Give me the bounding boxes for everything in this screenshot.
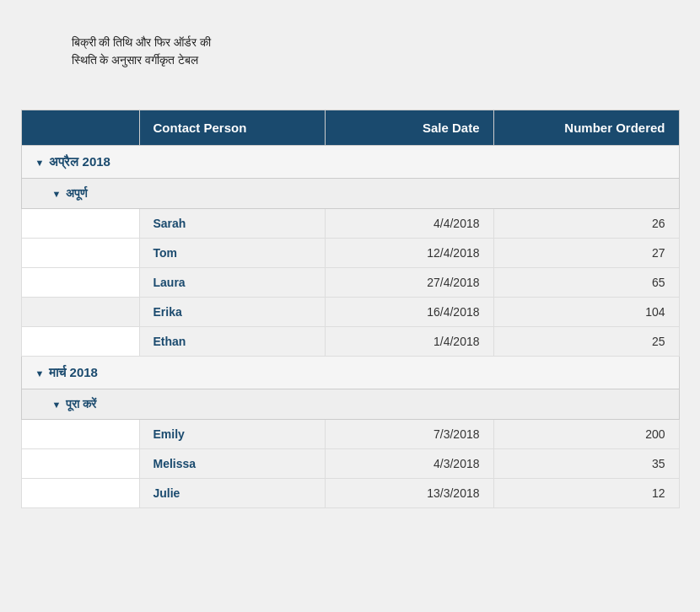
row-empty-cell	[21, 209, 139, 239]
triangle-icon: ▼	[52, 400, 62, 410]
group-header-row: ▼अप्रैल 2018	[21, 146, 679, 179]
row-date: 16/4/2018	[325, 298, 493, 327]
table-row: Julie 13/3/2018 12	[21, 479, 679, 508]
row-empty-cell	[21, 298, 139, 327]
row-contact: Emily	[139, 420, 325, 449]
table-row: Erika 16/4/2018 104	[21, 298, 679, 327]
row-date: 4/4/2018	[325, 209, 493, 239]
row-contact: Ethan	[139, 327, 325, 357]
row-ordered: 27	[493, 239, 679, 268]
row-date: 4/3/2018	[325, 449, 493, 479]
table-row: Ethan 1/4/2018 25	[21, 327, 679, 357]
row-empty-cell	[21, 268, 139, 298]
subgroup-header-row: ▼पूरा करें	[21, 389, 679, 420]
header-number-ordered: Number Ordered	[493, 110, 679, 146]
header-col-1	[21, 110, 139, 146]
row-date: 7/3/2018	[325, 420, 493, 449]
annotation-text: बिक्री की तिथि और फिर ऑर्डर की स्थिति के…	[72, 34, 211, 69]
subgroup-label: ▼पूरा करें	[21, 389, 679, 420]
row-date: 1/4/2018	[325, 327, 493, 357]
row-ordered: 12	[493, 479, 679, 508]
row-empty-cell	[21, 327, 139, 357]
row-date: 12/4/2018	[325, 239, 493, 268]
row-date: 27/4/2018	[325, 268, 493, 298]
table-row: Tom 12/4/2018 27	[21, 239, 679, 268]
row-date: 13/3/2018	[325, 479, 493, 508]
row-ordered: 35	[493, 449, 679, 479]
row-ordered: 26	[493, 209, 679, 239]
row-ordered: 25	[493, 327, 679, 357]
row-contact: Tom	[139, 239, 325, 268]
grouped-table: Contact Person Sale Date Number Ordered …	[21, 110, 680, 508]
row-empty-cell	[21, 479, 139, 508]
header-contact-person: Contact Person	[139, 110, 325, 146]
table-row: Sarah 4/4/2018 26	[21, 209, 679, 239]
row-ordered: 65	[493, 268, 679, 298]
table-row: Emily 7/3/2018 200	[21, 420, 679, 449]
row-contact: Erika	[139, 298, 325, 327]
triangle-icon: ▼	[35, 368, 45, 378]
row-contact: Laura	[139, 268, 325, 298]
table-header-row: Contact Person Sale Date Number Ordered	[21, 110, 679, 146]
row-empty-cell	[21, 449, 139, 479]
row-empty-cell	[21, 239, 139, 268]
header-sale-date: Sale Date	[325, 110, 493, 146]
group-header-row: ▼मार्च 2018	[21, 357, 679, 389]
subgroup-header-row: ▼अपूर्ण	[21, 179, 679, 209]
row-ordered: 200	[493, 420, 679, 449]
row-contact: Julie	[139, 479, 325, 508]
group-label: ▼मार्च 2018	[21, 357, 679, 389]
row-contact: Sarah	[139, 209, 325, 239]
table-row: Melissa 4/3/2018 35	[21, 449, 679, 479]
group-label: ▼अप्रैल 2018	[21, 146, 679, 179]
row-empty-cell	[21, 420, 139, 449]
table-row: Laura 27/4/2018 65	[21, 268, 679, 298]
triangle-icon: ▼	[52, 189, 62, 199]
row-ordered: 104	[493, 298, 679, 327]
triangle-icon: ▼	[35, 158, 45, 168]
row-contact: Melissa	[139, 449, 325, 479]
subgroup-label: ▼अपूर्ण	[21, 179, 679, 209]
